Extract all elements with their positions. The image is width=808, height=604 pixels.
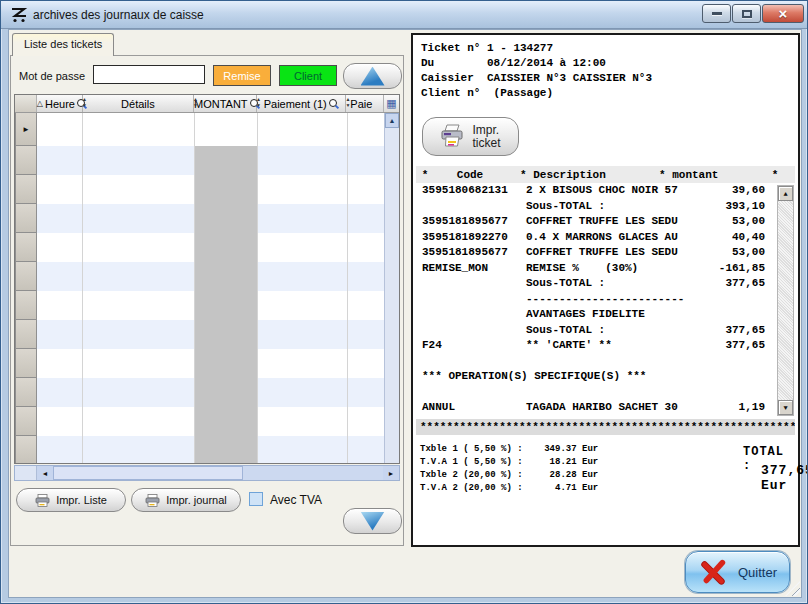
column-spinner-icon[interactable]: ▲▼ bbox=[193, 97, 198, 108]
receipt-line: AVANTAGES FIDELITE bbox=[416, 308, 795, 324]
table-row[interactable] bbox=[15, 320, 399, 349]
impr-liste-button[interactable]: Impr. Liste bbox=[16, 488, 126, 512]
column-header-paiement-1[interactable]: Paiement (1) ▲▼ bbox=[257, 95, 346, 112]
receipt-amount bbox=[705, 355, 765, 371]
table-row[interactable] bbox=[15, 175, 399, 204]
header-star: * bbox=[755, 169, 795, 181]
impr-journal-button[interactable]: Impr. journal bbox=[131, 488, 241, 512]
scrollbar-thumb[interactable] bbox=[53, 466, 243, 480]
table-row[interactable] bbox=[15, 204, 399, 233]
maximize-button[interactable] bbox=[732, 4, 761, 23]
table-row[interactable] bbox=[15, 262, 399, 291]
receipt-description bbox=[526, 355, 705, 371]
table-row[interactable] bbox=[15, 291, 399, 320]
scroll-up-button[interactable] bbox=[343, 63, 402, 89]
ticket-info: Ticket n° 1 - 134277Du 08/12/2014 à 12:0… bbox=[421, 41, 652, 101]
table-row[interactable] bbox=[15, 146, 399, 175]
receipt-line: Sous-TOTAL : 377,65 bbox=[416, 277, 795, 293]
search-icon[interactable] bbox=[329, 99, 339, 109]
column-label: Paiement (1) bbox=[264, 98, 327, 110]
search-icon[interactable] bbox=[250, 99, 256, 109]
receipt-description: COFFRET TRUFFE LES SEDU bbox=[526, 215, 705, 231]
client-button[interactable]: Client bbox=[279, 65, 337, 86]
maximize-icon bbox=[742, 10, 752, 18]
impr-ticket-button[interactable]: Impr.ticket bbox=[422, 117, 519, 156]
close-button[interactable]: × bbox=[762, 4, 804, 23]
table-row[interactable] bbox=[15, 349, 399, 378]
receipt-description: REMISE % (30%) bbox=[526, 262, 705, 278]
table-row[interactable] bbox=[15, 436, 399, 464]
tax-summary: Txble 1 ( 5,50 %) : 349.37 EurT.V.A 1 ( … bbox=[420, 443, 598, 495]
remise-button[interactable]: Remise bbox=[213, 65, 271, 86]
printer-icon bbox=[35, 494, 50, 507]
cell-heure: 12:00 bbox=[37, 113, 83, 146]
column-spinner-icon[interactable]: ▲▼ bbox=[82, 97, 87, 108]
printer-icon bbox=[145, 494, 160, 507]
sort-asc-icon: △ bbox=[37, 100, 43, 108]
receipt-line: *** OPERATION(S) SPECIFIQUE(S) *** bbox=[416, 370, 795, 386]
column-spinner-icon[interactable]: ▲▼ bbox=[256, 97, 261, 108]
table-row[interactable] bbox=[15, 233, 399, 262]
header-description: * Description bbox=[506, 169, 659, 181]
scroll-down-button[interactable] bbox=[343, 508, 402, 534]
row-marker: ► bbox=[15, 113, 37, 146]
receipt-header: * Code * Description * montant * bbox=[416, 166, 795, 183]
avec-tva-checkbox[interactable] bbox=[249, 492, 263, 506]
receipt-description: TAGADA HARIBO SACHET 30 bbox=[526, 401, 705, 417]
receipt-description: Sous-TOTAL : bbox=[526, 324, 705, 340]
tab-liste-des-tickets[interactable]: Liste des tickets bbox=[12, 33, 114, 56]
table-row-selected[interactable]: ► 12:00 Ticket 1-13427708/12/2014 | 12:0… bbox=[15, 113, 399, 146]
close-icon: × bbox=[779, 6, 788, 21]
grid-customize-button[interactable]: ▦ bbox=[384, 95, 399, 112]
receipt-line: ------------------------ bbox=[416, 293, 795, 309]
scrollbar-right-icon[interactable]: ► bbox=[383, 466, 399, 480]
column-header-details[interactable]: Détails ▲▼ bbox=[83, 95, 194, 112]
receipt-description: COFFRET TRUFFE LES SEDU bbox=[526, 246, 705, 262]
receipt-amount: 39,60 bbox=[705, 184, 765, 200]
receipt-description: Sous-TOTAL : bbox=[526, 200, 705, 216]
column-label: Détails bbox=[121, 98, 155, 110]
app-window: archives des journaux de caisse × Liste … bbox=[0, 0, 808, 604]
receipt-line: 3595181895677 COFFRET TRUFFE LES SEDU 53… bbox=[416, 215, 795, 231]
password-input[interactable] bbox=[93, 65, 205, 84]
receipt-amount: 377,65 bbox=[705, 324, 765, 340]
receipt-description: 0.4 X MARRONS GLACES AU bbox=[526, 231, 705, 247]
receipt-code: 3595181895677 bbox=[422, 215, 526, 231]
receipt-code: 3595181895677 bbox=[422, 246, 526, 262]
table-row[interactable] bbox=[15, 378, 399, 407]
receipt-scrollbar[interactable]: ▲ ▼ bbox=[777, 185, 794, 416]
ticket-info-line: Caissier CAISSIER N°3 CAISSIER N°3 bbox=[421, 71, 652, 86]
receipt-separator: ****************************************… bbox=[416, 419, 795, 435]
table-row[interactable] bbox=[15, 407, 399, 436]
grid-vertical-scrollbar[interactable]: ▲ bbox=[384, 113, 399, 463]
grid-horizontal-scrollbar[interactable]: ◄ ► bbox=[14, 465, 400, 481]
scrollbar-left-icon[interactable]: ◄ bbox=[37, 466, 53, 480]
red-x-icon bbox=[698, 557, 728, 587]
receipt-description bbox=[646, 370, 705, 386]
title-bar: archives des journaux de caisse × bbox=[1, 1, 807, 29]
receipt-code bbox=[422, 386, 526, 402]
receipt-description: Sous-TOTAL : bbox=[526, 277, 705, 293]
avec-tva-label: Avec TVA bbox=[270, 493, 322, 507]
receipt-description bbox=[526, 386, 705, 402]
minimize-button[interactable] bbox=[702, 4, 731, 23]
column-header-paiement-2[interactable]: Paie bbox=[346, 95, 384, 112]
scrollbar-track[interactable] bbox=[243, 466, 383, 480]
column-spinner-icon[interactable]: ▲▼ bbox=[345, 97, 350, 108]
header-montant: * montant bbox=[659, 169, 755, 181]
column-header-heure[interactable]: △ Heure ▲▼ bbox=[37, 95, 83, 112]
grid-header: △ Heure ▲▼ Détails ▲▼ MONTANT ▲▼ bbox=[15, 95, 399, 113]
column-header-montant[interactable]: MONTANT ▲▼ bbox=[194, 95, 257, 112]
button-label: Impr.ticket bbox=[472, 124, 500, 150]
scrollbar-up-icon[interactable]: ▲ bbox=[778, 186, 793, 201]
cash-register-icon bbox=[10, 7, 28, 23]
column-label: MONTANT bbox=[194, 98, 248, 110]
button-label: Impr. journal bbox=[166, 494, 227, 506]
receipt-line: 3595180682131 2 X BISOUS CHOC NOIR 57 39… bbox=[416, 184, 795, 200]
scrollbar-corner bbox=[15, 466, 37, 480]
receipt-line bbox=[416, 386, 795, 402]
scrollbar-down-icon[interactable]: ▼ bbox=[778, 400, 793, 415]
row-selector-header[interactable] bbox=[15, 95, 37, 112]
scrollbar-up-icon[interactable]: ▲ bbox=[385, 113, 399, 128]
quitter-button[interactable]: Quitter bbox=[685, 551, 790, 593]
